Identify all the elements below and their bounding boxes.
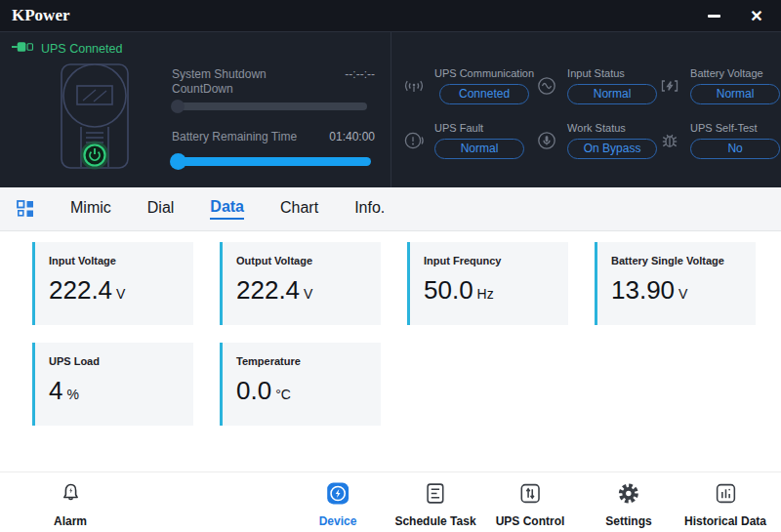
nav-historical-data[interactable]: Historical Data xyxy=(684,481,766,528)
status-value-badge: Normal xyxy=(567,84,657,104)
historical-data-icon xyxy=(714,481,738,510)
card-value: 0.0°C xyxy=(236,376,381,406)
card-unit: V xyxy=(678,286,687,302)
ups-device-illustration xyxy=(51,60,144,179)
status-input-status: Input Status Normal xyxy=(534,67,657,104)
status-grid: UPS Communication Conneted Input Status … xyxy=(391,32,781,187)
card-label: Battery Single Voltage xyxy=(611,255,756,266)
app-title: KPower xyxy=(12,6,69,25)
nav-schedule-task[interactable]: Schedule Task xyxy=(394,481,475,528)
window-controls: ✕ xyxy=(701,6,769,25)
nav-alarm[interactable]: Alarm xyxy=(54,481,87,528)
fault-alert-icon xyxy=(401,129,427,152)
device-icon xyxy=(325,481,349,510)
close-icon[interactable]: ✕ xyxy=(744,6,769,25)
view-tabbar: Mimic Dial Data Chart Info. xyxy=(0,187,781,231)
connection-status: UPS Conneted xyxy=(12,40,122,58)
battery-remaining-value: 01:40:00 xyxy=(329,130,375,143)
card-output-voltage: Output Voltage 222.4V xyxy=(220,242,381,325)
card-input-frequency: Input Frequncy 50.0Hz xyxy=(407,242,568,325)
plug-connected-icon xyxy=(12,40,34,58)
card-value: 50.0Hz xyxy=(424,275,568,306)
tab-mimic[interactable]: Mimic xyxy=(70,199,111,219)
battery-charge-icon xyxy=(657,74,682,98)
battery-progress-knob xyxy=(170,153,186,170)
card-label: Input Frequncy xyxy=(424,255,568,266)
card-unit: % xyxy=(66,387,78,402)
card-label: UPS Load xyxy=(49,355,193,367)
card-unit: °C xyxy=(275,387,291,402)
nav-ups-control[interactable]: UPS Control xyxy=(496,481,565,528)
nav-label: UPS Control xyxy=(496,514,565,528)
shutdown-countdown: System Shutdown CountDown --:--:-- xyxy=(172,67,375,110)
card-label: Input Voltage xyxy=(49,255,193,266)
status-label: UPS Communication xyxy=(434,67,534,79)
status-value-badge: Conneted xyxy=(439,84,529,104)
status-ups-fault: UPS Fault Normal xyxy=(401,122,534,159)
antenna-icon xyxy=(401,74,427,98)
tab-dial[interactable]: Dial xyxy=(147,199,175,219)
grid-icon[interactable] xyxy=(17,200,34,218)
status-value-badge: No xyxy=(690,139,780,159)
nav-label: Device xyxy=(319,514,357,528)
schedule-task-icon xyxy=(424,481,448,510)
card-unit: Hz xyxy=(477,286,494,302)
ups-status-header: UPS Conneted System Shutdown xyxy=(0,32,781,187)
countdown-progressbar xyxy=(172,102,367,110)
status-label: UPS Self-Test xyxy=(690,122,757,134)
card-unit: V xyxy=(304,286,312,302)
battery-progressbar xyxy=(172,157,371,166)
nav-label: Schedule Task xyxy=(394,514,475,528)
card-unit: V xyxy=(116,286,125,302)
title-bar: KPower ✕ xyxy=(0,0,781,32)
reading-cards: Input Voltage 222.4V Output Voltage 222.… xyxy=(0,231,781,426)
status-label: Work Status xyxy=(567,122,626,134)
status-value-badge: Normal xyxy=(690,84,780,104)
tab-chart[interactable]: Chart xyxy=(280,199,318,219)
nav-label: Historical Data xyxy=(684,514,766,528)
minimize-icon[interactable] xyxy=(701,6,726,25)
ups-control-icon xyxy=(517,481,542,510)
bottom-nav: Alarm Device Schedule Task xyxy=(0,471,781,532)
alarm-bell-icon xyxy=(58,481,82,510)
card-ups-load: UPS Load 4% xyxy=(32,343,193,426)
battery-remaining-label: Battery Remaining Time xyxy=(172,130,297,143)
card-battery-single-voltage: Battery Single Voltage 13.90V xyxy=(595,242,756,325)
card-value: 222.4V xyxy=(49,275,193,306)
status-label: Battery Voltage xyxy=(690,67,763,79)
countdown-label: System Shutdown CountDown xyxy=(172,67,267,97)
tab-info[interactable]: Info. xyxy=(354,199,385,219)
status-label: Input Status xyxy=(567,67,625,79)
nav-settings[interactable]: Settings xyxy=(605,481,651,528)
connection-status-label: UPS Conneted xyxy=(41,42,122,56)
nav-label: Settings xyxy=(605,514,651,528)
card-label: Temperature xyxy=(236,355,381,367)
self-test-bug-icon xyxy=(657,129,682,152)
status-ups-communication: UPS Communication Conneted xyxy=(401,67,534,104)
countdown-progress-knob xyxy=(171,100,185,113)
work-status-icon xyxy=(534,129,559,152)
nav-device[interactable]: Device xyxy=(319,481,357,528)
card-label: Output Voltage xyxy=(236,255,381,266)
nav-label: Alarm xyxy=(54,514,87,528)
status-battery-voltage: Battery Voltage Normal xyxy=(657,67,780,104)
card-input-voltage: Input Voltage 222.4V xyxy=(32,242,193,325)
countdown-value: --:--:-- xyxy=(345,67,375,97)
status-value-badge: On Bypass xyxy=(567,139,657,159)
status-ups-self-test: UPS Self-Test No xyxy=(657,122,780,159)
power-button-icon[interactable] xyxy=(83,143,107,168)
sine-wave-icon xyxy=(534,74,559,98)
card-temperature: Temperature 0.0°C xyxy=(220,343,381,426)
status-label: UPS Fault xyxy=(434,122,483,134)
tab-data[interactable]: Data xyxy=(210,198,244,220)
data-panel: Input Voltage 222.4V Output Voltage 222.… xyxy=(0,231,781,471)
card-value: 4% xyxy=(49,376,193,406)
status-work-status: Work Status On Bypass xyxy=(534,122,657,159)
card-value: 13.90V xyxy=(611,275,756,306)
card-value: 222.4V xyxy=(236,275,381,306)
battery-remaining: Battery Remaining Time 01:40:00 xyxy=(172,130,375,166)
status-value-badge: Normal xyxy=(434,139,524,159)
settings-gear-icon xyxy=(617,481,641,510)
